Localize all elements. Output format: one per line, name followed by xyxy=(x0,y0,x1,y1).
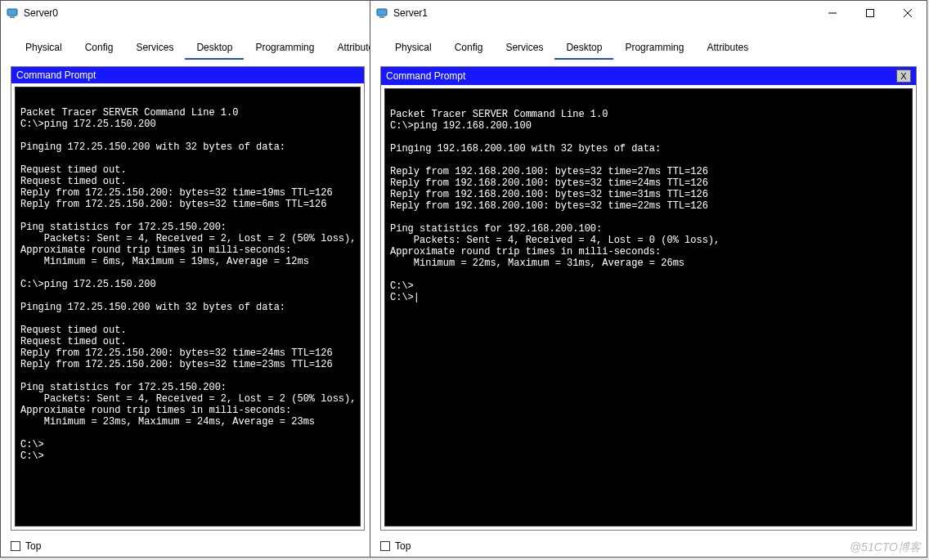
svg-rect-0 xyxy=(7,9,17,16)
top-checkbox[interactable] xyxy=(11,541,20,551)
top-label: Top xyxy=(25,540,41,552)
tab-config[interactable]: Config xyxy=(443,38,495,60)
tab-config[interactable]: Config xyxy=(74,38,125,60)
svg-rect-1 xyxy=(10,16,15,18)
tab-desktop[interactable]: Desktop xyxy=(185,38,244,60)
cmd-header: Command Prompt X xyxy=(381,67,916,85)
cmd-header: Command Prompt xyxy=(11,67,364,83)
titlebar[interactable]: Server0 xyxy=(1,1,375,25)
bottombar: Top xyxy=(370,537,927,557)
tabbar: Physical Config Services Desktop Program… xyxy=(370,25,927,60)
content-frame: Command Prompt X Packet Tracer SERVER Co… xyxy=(380,66,917,531)
window-title: Server1 xyxy=(393,7,428,19)
bottombar: Top xyxy=(1,537,375,557)
window-server0: Server0 Physical Config Services Desktop… xyxy=(0,0,375,558)
minimize-button[interactable] xyxy=(814,1,851,25)
close-button[interactable] xyxy=(889,1,927,25)
svg-rect-5 xyxy=(867,10,874,17)
terminal[interactable]: Packet Tracer SERVER Command Line 1.0 C:… xyxy=(15,87,361,526)
app-icon xyxy=(375,7,388,20)
tab-programming[interactable]: Programming xyxy=(244,38,325,60)
tab-services[interactable]: Services xyxy=(494,38,554,60)
window-server1: Server1 Physical Config Services Desktop… xyxy=(370,0,927,558)
tabbar: Physical Config Services Desktop Program… xyxy=(1,25,375,60)
tab-attributes[interactable]: Attributes xyxy=(695,38,760,60)
window-buttons xyxy=(814,1,927,25)
tab-physical[interactable]: Physical xyxy=(14,38,74,60)
tab-desktop[interactable]: Desktop xyxy=(554,38,613,60)
cmd-close-button[interactable]: X xyxy=(896,69,911,83)
window-title: Server0 xyxy=(24,7,58,19)
terminal[interactable]: Packet Tracer SERVER Command Line 1.0 C:… xyxy=(384,88,913,526)
titlebar[interactable]: Server1 xyxy=(370,1,927,25)
svg-rect-3 xyxy=(379,16,384,18)
top-checkbox[interactable] xyxy=(380,541,390,551)
tab-physical[interactable]: Physical xyxy=(384,38,443,60)
maximize-button[interactable] xyxy=(851,1,889,25)
tab-services[interactable]: Services xyxy=(124,38,185,60)
content-frame: Command Prompt Packet Tracer SERVER Comm… xyxy=(11,66,365,531)
cmd-title: Command Prompt xyxy=(16,69,96,81)
svg-rect-2 xyxy=(377,9,387,16)
tab-programming[interactable]: Programming xyxy=(613,38,695,60)
top-label: Top xyxy=(395,540,411,552)
cmd-title: Command Prompt xyxy=(386,70,465,82)
app-icon xyxy=(6,7,19,20)
